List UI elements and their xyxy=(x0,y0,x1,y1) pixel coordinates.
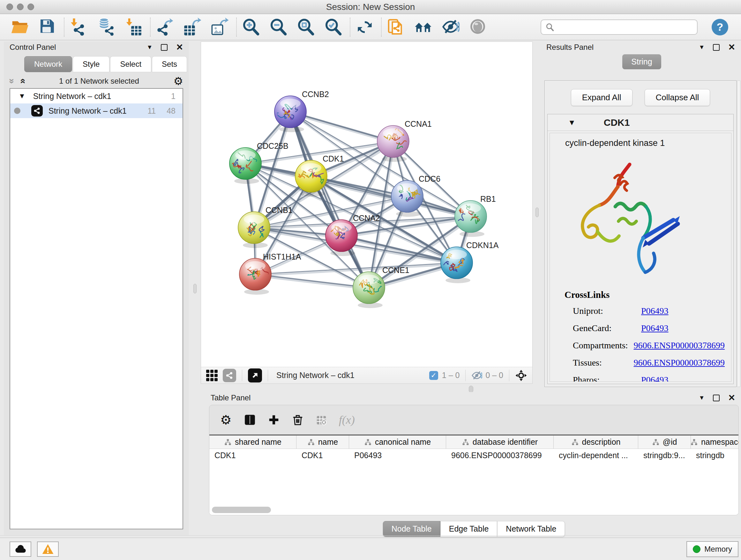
table-cell[interactable]: CDK1 xyxy=(209,449,296,462)
hide-selected-button[interactable] xyxy=(442,18,460,37)
grid-view-icon[interactable] xyxy=(206,370,218,381)
results-scrollbar[interactable] xyxy=(737,80,740,387)
tab-select[interactable]: Select xyxy=(110,56,151,72)
table-panel-menu-icon[interactable]: ▼ xyxy=(699,394,705,401)
zoom-selected-button[interactable] xyxy=(324,18,343,37)
table-panel-close-icon[interactable]: ✕ xyxy=(728,394,735,402)
string-results-box: Expand All Collapse All ▼ CDK1 cyclin-de… xyxy=(544,80,737,387)
open-session-button[interactable] xyxy=(11,18,29,37)
column-header-database-identifier[interactable]: database identifier xyxy=(446,435,554,449)
node-HIST1H1A[interactable] xyxy=(239,258,271,295)
table-cell[interactable]: 9606.ENSP00000378699 xyxy=(446,449,554,462)
node-CCNA1[interactable] xyxy=(377,125,409,162)
table-hscrollbar-thumb[interactable] xyxy=(212,507,271,513)
crosslink-link[interactable]: P06493 xyxy=(641,375,669,382)
column-header-namespace[interactable]: namespace xyxy=(691,435,739,449)
fit-content-crosshair-icon[interactable] xyxy=(515,369,527,381)
table-cell[interactable]: cyclin-dependent ... xyxy=(554,449,638,462)
control-panel-float-icon[interactable] xyxy=(161,44,167,51)
import-network-file-button[interactable] xyxy=(70,18,88,37)
right-splitter-handle[interactable] xyxy=(536,207,539,217)
save-session-button[interactable] xyxy=(38,18,57,37)
show-columns-icon[interactable] xyxy=(244,414,256,426)
selected-checkbox-icon[interactable]: ✓ xyxy=(429,371,438,380)
table-cell[interactable]: P06493 xyxy=(349,449,446,462)
tab-style[interactable]: Style xyxy=(73,56,110,72)
crosslink-link[interactable]: 9606.ENSP00000378699 xyxy=(634,340,725,351)
crosslink-link[interactable]: P06493 xyxy=(641,306,669,316)
detach-view-button[interactable] xyxy=(248,368,262,382)
table-cell[interactable]: stringdb:9... xyxy=(638,449,691,462)
tab-node-table[interactable]: Node Table xyxy=(383,521,441,537)
tab-string[interactable]: String xyxy=(622,54,661,69)
control-panel-close-icon[interactable]: ✕ xyxy=(176,43,183,52)
collapse-all-button[interactable]: Collapse All xyxy=(645,89,711,106)
column-header-description[interactable]: description xyxy=(554,435,638,449)
expand-all-icon[interactable]: » xyxy=(17,78,27,84)
results-panel-close-icon[interactable]: ✕ xyxy=(728,43,735,52)
search-input[interactable] xyxy=(557,23,692,32)
delete-column-trash-icon[interactable] xyxy=(292,414,304,426)
column-header-shared-name[interactable]: shared name xyxy=(209,435,296,449)
export-image-button[interactable] xyxy=(211,18,229,37)
horizontal-splitter-handle[interactable] xyxy=(469,386,473,393)
network-collection-row[interactable]: ▼ String Network – cdk1 1 xyxy=(10,89,183,104)
traffic-lights[interactable] xyxy=(6,3,34,10)
network-canvas[interactable]: CCNB2CCNA1CDC25BCDK1CDC6RB1CCNB1CCNA2CDK… xyxy=(201,42,532,368)
network-thumbnail-icon[interactable] xyxy=(223,369,236,382)
memory-label: Memory xyxy=(704,545,732,554)
table-row[interactable]: CDK1CDK1P064939606.ENSP00000378699cyclin… xyxy=(209,449,738,462)
column-header-name[interactable]: name xyxy=(296,435,349,449)
import-network-database-button[interactable] xyxy=(97,18,116,37)
gene-section-header[interactable]: ▼ CDK1 xyxy=(548,114,733,131)
node-RB1[interactable] xyxy=(455,200,487,237)
node-CCNB1[interactable] xyxy=(238,212,270,248)
collapse-all-icon[interactable]: » xyxy=(7,78,17,84)
refresh-button[interactable] xyxy=(355,18,374,37)
import-table-file-button[interactable] xyxy=(125,18,143,37)
table-cell[interactable]: CDK1 xyxy=(296,449,349,462)
table-hscrollbar[interactable] xyxy=(209,506,738,514)
memory-button[interactable]: Memory xyxy=(686,541,738,557)
first-neighbors-button[interactable] xyxy=(414,18,433,37)
toolbar-search[interactable] xyxy=(541,19,697,35)
table-panel-float-icon[interactable] xyxy=(713,395,720,401)
control-panel-menu-icon[interactable]: ▼ xyxy=(147,44,153,51)
node-CCNE1[interactable] xyxy=(353,272,385,308)
zoom-window-button[interactable] xyxy=(27,3,34,10)
expand-all-button[interactable]: Expand All xyxy=(571,89,632,106)
network-row-selected[interactable]: String Network – cdk1 11 48 xyxy=(10,104,183,118)
crosslink-link[interactable]: P06493 xyxy=(641,323,669,333)
left-splitter-handle[interactable] xyxy=(193,284,197,294)
zoom-out-button[interactable] xyxy=(269,18,288,37)
warnings-button[interactable] xyxy=(37,542,59,557)
tab-network-table[interactable]: Network Table xyxy=(497,521,565,537)
export-network-button[interactable] xyxy=(156,18,174,37)
tab-sets[interactable]: Sets xyxy=(152,56,187,72)
network-options-gear-icon[interactable]: ⚙ xyxy=(174,76,183,86)
table-cell[interactable]: stringdb xyxy=(691,449,739,462)
export-table-button[interactable] xyxy=(183,18,202,37)
show-graphics-details-button[interactable] xyxy=(469,18,488,37)
results-panel-menu-icon[interactable]: ▼ xyxy=(699,44,705,51)
tab-network[interactable]: Network xyxy=(24,56,72,72)
column-header-canonical-name[interactable]: canonical name xyxy=(349,435,446,449)
network-graph[interactable]: CCNB2CCNA1CDC25BCDK1CDC6RB1CCNB1CCNA2CDK… xyxy=(201,42,532,367)
cloud-status-button[interactable] xyxy=(10,542,31,557)
node-CDC25B[interactable] xyxy=(229,147,261,184)
table-options-gear-icon[interactable]: ⚙ xyxy=(220,414,232,426)
help-button[interactable]: ? xyxy=(712,19,728,36)
results-panel-float-icon[interactable] xyxy=(713,44,720,51)
close-window-button[interactable] xyxy=(6,3,13,10)
zoom-fit-button[interactable] xyxy=(297,18,315,37)
copy-style-clipboard-button[interactable] xyxy=(387,18,405,37)
zoom-in-button[interactable] xyxy=(242,18,260,37)
tab-edge-table[interactable]: Edge Table xyxy=(441,521,497,537)
gene-expand-icon[interactable]: ▼ xyxy=(568,118,576,127)
collection-expand-icon[interactable]: ▼ xyxy=(18,92,25,100)
crosslink-link[interactable]: 9606.ENSP00000378699 xyxy=(634,358,725,368)
create-column-icon[interactable] xyxy=(268,414,280,426)
node-CDKN1A[interactable] xyxy=(441,247,473,283)
column-header--id[interactable]: @id xyxy=(638,435,691,449)
minimize-window-button[interactable] xyxy=(17,3,23,10)
